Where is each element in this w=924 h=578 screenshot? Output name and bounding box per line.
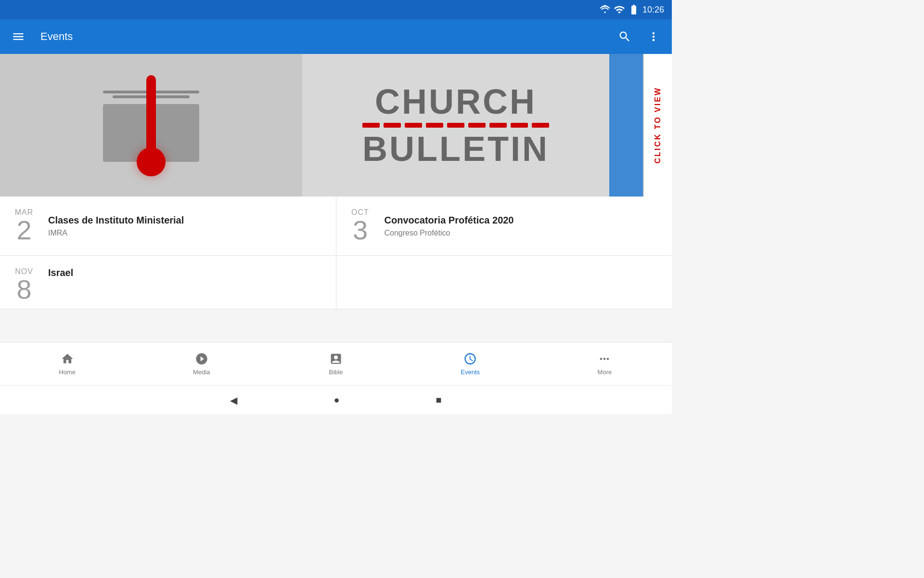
events-icon — [463, 352, 477, 366]
nav-label-more: More — [598, 368, 612, 376]
nav-item-media[interactable]: Media — [134, 348, 269, 380]
nav-label-media: Media — [193, 368, 210, 376]
event-date-2: OCT 3 — [346, 208, 375, 244]
event-item-1[interactable]: MAR 2 Clases de Instituto Ministerial IM… — [0, 197, 336, 255]
signal-icon — [614, 4, 625, 15]
nav-item-more[interactable]: More — [538, 348, 672, 380]
event-date-1: MAR 2 — [10, 208, 38, 244]
back-button[interactable]: ◀ — [230, 394, 237, 406]
nav-item-bible[interactable]: Bible — [269, 348, 403, 380]
search-button[interactable] — [614, 26, 635, 47]
bulletin-graphic: CHURCH BULLETIN CLICK TO VIEW — [0, 54, 672, 197]
event-day-1: 2 — [16, 217, 31, 244]
blue-panel — [609, 54, 643, 197]
therm-box — [103, 104, 199, 162]
event-info-3: Israel — [48, 267, 326, 281]
event-item-2[interactable]: OCT 3 Convocatoria Profética 2020 Congre… — [336, 197, 672, 255]
hero-banner[interactable]: CHURCH BULLETIN CLICK TO VIEW — [0, 54, 672, 197]
event-item-4[interactable] — [336, 256, 672, 309]
more-icon — [598, 352, 611, 366]
events-row-2: NOV 8 Israel — [0, 256, 672, 309]
event-day-2: 3 — [353, 217, 368, 244]
dashes-decoration — [362, 123, 549, 128]
thermometer — [103, 89, 199, 162]
wifi-icon — [599, 4, 611, 15]
event-subtitle-1: IMRA — [48, 229, 326, 237]
menu-button[interactable] — [8, 26, 29, 47]
battery-icon — [628, 4, 640, 15]
event-day-3: 8 — [16, 276, 31, 303]
nav-label-home: Home — [59, 368, 76, 376]
nav-item-events[interactable]: Events — [403, 348, 538, 380]
nav-label-events: Events — [461, 368, 480, 376]
event-title-2: Convocatoria Profética 2020 — [385, 215, 663, 226]
bulletin-left — [0, 54, 302, 197]
status-time: 10:26 — [642, 5, 664, 15]
home-button[interactable]: ● — [334, 394, 339, 406]
status-bar: 10:26 — [0, 0, 672, 19]
events-row-1: MAR 2 Clases de Instituto Ministerial IM… — [0, 197, 672, 256]
nav-item-home[interactable]: Home — [0, 348, 134, 380]
events-list: MAR 2 Clases de Instituto Ministerial IM… — [0, 197, 672, 309]
bulletin-text: BULLETIN — [362, 131, 549, 166]
event-info-2: Convocatoria Profética 2020 Congreso Pro… — [385, 215, 663, 237]
event-subtitle-2: Congreso Profético — [385, 229, 663, 237]
event-title-3: Israel — [48, 267, 326, 278]
event-item-3[interactable]: NOV 8 Israel — [0, 256, 336, 309]
bottom-navigation: Home Media Bible Events More — [0, 342, 672, 385]
recent-apps-button[interactable]: ■ — [436, 394, 442, 406]
media-icon — [195, 352, 208, 366]
more-options-button[interactable] — [643, 26, 664, 47]
app-bar: Events — [0, 19, 672, 54]
click-to-view[interactable]: CLICK TO VIEW — [643, 54, 672, 197]
app-bar-actions — [614, 26, 664, 47]
click-to-view-text: CLICK TO VIEW — [654, 87, 662, 164]
android-nav-bar: ◀ ● ■ — [0, 385, 672, 414]
home-icon — [61, 352, 74, 366]
nav-label-bible: Bible — [329, 368, 343, 376]
event-title-1: Clases de Instituto Ministerial — [48, 215, 326, 226]
page-title: Events — [40, 30, 603, 43]
church-text: CHURCH — [375, 84, 537, 119]
bulletin-right: CHURCH BULLETIN CLICK TO VIEW — [302, 54, 672, 197]
status-icons: 10:26 — [599, 4, 664, 15]
event-date-3: NOV 8 — [10, 267, 38, 303]
bible-icon — [329, 352, 343, 366]
event-info-1: Clases de Instituto Ministerial IMRA — [48, 215, 326, 237]
